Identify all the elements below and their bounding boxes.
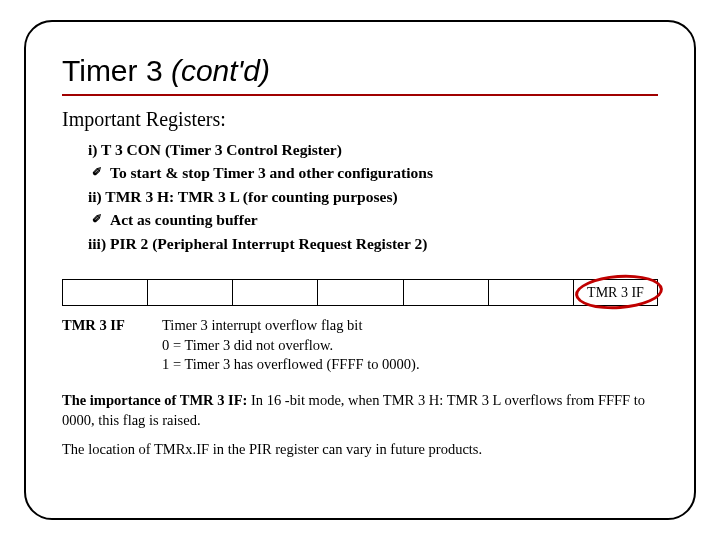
title-underline (62, 94, 658, 96)
bit-cell-4 (318, 280, 403, 306)
reg-iii-head: iii) PIR 2 (Peripheral Interrupt Request… (88, 233, 658, 255)
bit-description-row: TMR 3 IF Timer 3 interrupt overflow flag… (62, 316, 658, 375)
desc-body: Timer 3 interrupt overflow flag bit 0 = … (162, 316, 420, 375)
desc-line2: 0 = Timer 3 did not overflow. (162, 336, 420, 356)
bit-cell-1: TMR 3 IF (574, 280, 658, 306)
bit-cell-5 (233, 280, 318, 306)
register-list: i) T 3 CON (Timer 3 Control Register) To… (88, 139, 658, 255)
desc-line1: Timer 3 interrupt overflow flag bit (162, 316, 420, 336)
bit-label-tmr3if: TMR 3 IF (587, 285, 644, 300)
footer-imp-label: The importance of TMR 3 IF: (62, 392, 247, 408)
bit-cell-3 (403, 280, 488, 306)
title-main: Timer 3 (62, 54, 163, 87)
bit-cell-7 (63, 280, 148, 306)
footer-notes: The importance of TMR 3 IF: In 16 -bit m… (62, 391, 658, 460)
subtitle: Important Registers: (62, 108, 658, 131)
slide-frame: Timer 3 (cont'd) Important Registers: i)… (24, 20, 696, 520)
footer-importance: The importance of TMR 3 IF: In 16 -bit m… (62, 391, 658, 430)
reg-ii-head: ii) TMR 3 H: TMR 3 L (for counting purpo… (88, 186, 658, 208)
bit-table: TMR 3 IF (62, 279, 658, 306)
reg-ii-sub: Act as counting buffer (110, 209, 658, 231)
bit-cell-6 (148, 280, 233, 306)
reg-i-head: i) T 3 CON (Timer 3 Control Register) (88, 139, 658, 161)
reg-i-sub: To start & stop Timer 3 and other config… (110, 162, 658, 184)
title-contd: (cont'd) (171, 54, 270, 87)
desc-line3: 1 = Timer 3 has overflowed (FFFF to 0000… (162, 355, 420, 375)
bit-cell-2 (488, 280, 573, 306)
slide-title: Timer 3 (cont'd) (62, 54, 658, 88)
desc-label: TMR 3 IF (62, 316, 148, 375)
footer-location: The location of TMRx.IF in the PIR regis… (62, 440, 658, 460)
